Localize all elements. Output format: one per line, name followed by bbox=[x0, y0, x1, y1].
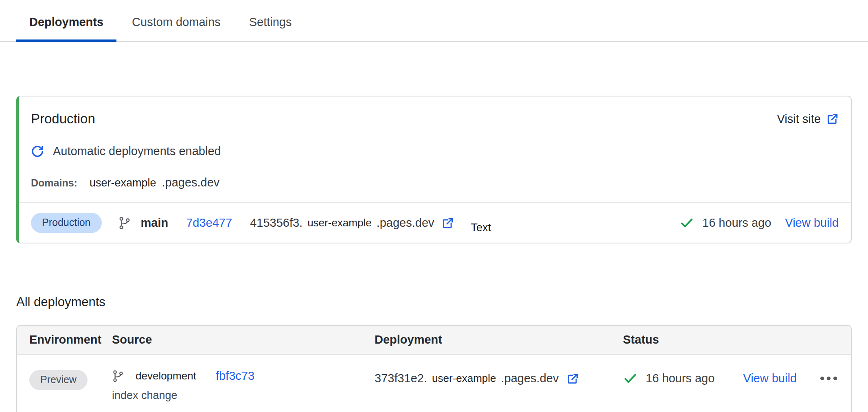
branch-name: main bbox=[141, 216, 169, 230]
tab-settings[interactable]: Settings bbox=[236, 0, 305, 41]
refresh-icon bbox=[31, 145, 44, 158]
deployment-url-name: user-example bbox=[432, 372, 496, 385]
external-link-icon[interactable] bbox=[567, 373, 579, 385]
view-build-link[interactable]: View build bbox=[785, 216, 839, 230]
deployment-url: 415356f3. user-example .pages.dev bbox=[250, 216, 454, 230]
column-header-status: Status bbox=[623, 333, 839, 346]
deployment-url-name: user-example bbox=[307, 217, 372, 229]
domains-label: Domains: bbox=[31, 177, 77, 189]
deployment-url: 373f31e2. user-example .pages.dev bbox=[375, 372, 579, 385]
tab-deployments[interactable]: Deployments bbox=[16, 0, 116, 41]
git-branch-icon bbox=[112, 370, 124, 383]
environment-badge-preview: Preview bbox=[29, 370, 88, 390]
column-header-environment: Environment bbox=[29, 333, 112, 346]
external-link-icon bbox=[826, 113, 839, 125]
visit-site-link[interactable]: Visit site bbox=[777, 112, 839, 126]
visit-site-label: Visit site bbox=[777, 112, 821, 126]
production-card-title: Production bbox=[31, 111, 95, 127]
environment-badge-production: Production bbox=[31, 213, 102, 233]
deployment-url-prefix: 373f31e2. bbox=[375, 372, 427, 385]
commit-link[interactable]: fbf3c73 bbox=[216, 369, 254, 383]
commit-link[interactable]: 7d3e477 bbox=[186, 216, 232, 230]
deployment-url-suffix: .pages.dev bbox=[501, 372, 559, 385]
all-deployments-title: All deployments bbox=[16, 295, 852, 309]
production-deployment-row: Production main 7d3e477 415356f3. user-e… bbox=[19, 203, 851, 243]
table-row: Preview development fbf3c73 index change bbox=[17, 355, 851, 412]
deployments-table: Environment Source Deployment Status Pre… bbox=[16, 325, 852, 412]
git-branch-icon bbox=[118, 216, 131, 230]
deploy-time: 16 hours ago bbox=[702, 216, 771, 230]
cursor-text-label: Text bbox=[471, 221, 491, 234]
external-link-icon[interactable] bbox=[442, 217, 454, 229]
deployment-url-prefix: 415356f3. bbox=[250, 216, 302, 230]
check-icon bbox=[679, 217, 694, 229]
deploy-time: 16 hours ago bbox=[646, 372, 715, 385]
production-card: Production Visit site Automa bbox=[16, 96, 852, 243]
tab-custom-domains[interactable]: Custom domains bbox=[119, 0, 234, 41]
branch-name: development bbox=[136, 370, 196, 382]
overflow-menu-icon[interactable] bbox=[820, 372, 837, 380]
column-header-deployment: Deployment bbox=[375, 333, 623, 346]
column-header-source: Source bbox=[112, 333, 375, 346]
domain-suffix: .pages.dev bbox=[162, 176, 219, 189]
view-build-link[interactable]: View build bbox=[743, 372, 797, 385]
commit-message: index change bbox=[112, 389, 375, 402]
check-icon bbox=[623, 373, 638, 384]
tab-bar: Deployments Custom domains Settings bbox=[0, 0, 868, 42]
domain-name: user-example bbox=[90, 177, 156, 189]
auto-deploy-text: Automatic deployments enabled bbox=[53, 145, 221, 158]
deployment-url-suffix: .pages.dev bbox=[377, 216, 434, 230]
table-header: Environment Source Deployment Status bbox=[17, 326, 851, 355]
